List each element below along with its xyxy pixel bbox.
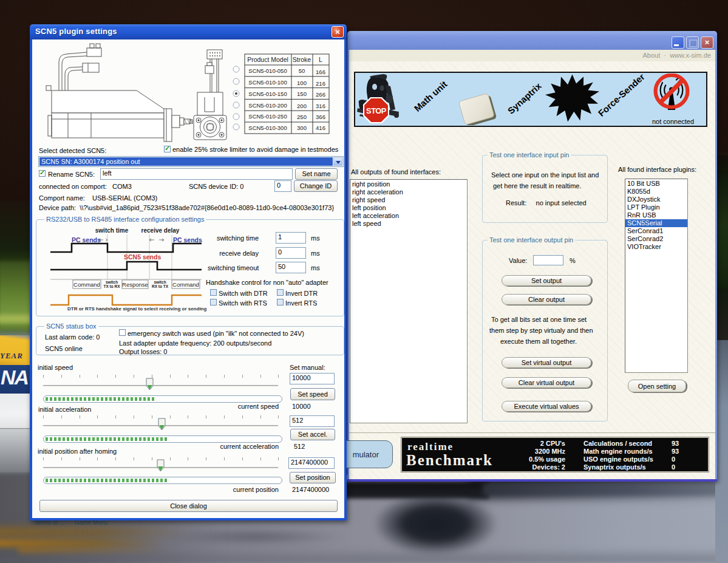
svg-text:150: 150 xyxy=(297,90,307,97)
svg-text:SCN5-010-250: SCN5-010-250 xyxy=(248,113,287,120)
svg-text:switch time: switch time xyxy=(95,227,129,234)
svg-text:SCN5-010-300: SCN5-010-300 xyxy=(248,125,287,131)
svg-text:SCN5-010-100: SCN5-010-100 xyxy=(248,79,287,86)
svg-text:L: L xyxy=(319,56,322,63)
svg-text:DTR or RTS handshake signal to: DTR or RTS handshake signal to select re… xyxy=(67,306,207,312)
svg-text:266: 266 xyxy=(316,91,325,98)
svg-text:switch: switch xyxy=(154,280,166,284)
svg-text:receive delay: receive delay xyxy=(141,227,180,234)
svg-text:416: 416 xyxy=(316,125,325,131)
svg-text:100: 100 xyxy=(297,80,307,86)
svg-text:Response: Response xyxy=(122,281,148,288)
svg-text:216: 216 xyxy=(316,80,325,87)
svg-text:166: 166 xyxy=(316,69,325,75)
svg-text:PC sends: PC sends xyxy=(72,236,101,244)
svg-text:Product Model: Product Model xyxy=(247,56,288,63)
svg-text:50: 50 xyxy=(299,67,305,74)
svg-text:PC sends: PC sends xyxy=(173,236,202,244)
svg-text:TX to RX: TX to RX xyxy=(103,284,120,288)
svg-text:Stroke: Stroke xyxy=(293,56,311,63)
svg-text:316: 316 xyxy=(316,103,325,109)
svg-text:300: 300 xyxy=(297,125,307,131)
svg-text:SCN5-010-200: SCN5-010-200 xyxy=(248,102,287,109)
svg-text:250: 250 xyxy=(297,114,307,120)
svg-text:switch: switch xyxy=(106,280,118,284)
svg-text:366: 366 xyxy=(316,114,325,120)
svg-text:STOP: STOP xyxy=(366,106,387,115)
svg-text:SCN5-010-050: SCN5-010-050 xyxy=(248,67,287,74)
svg-text:Command: Command xyxy=(172,281,199,288)
svg-text:200: 200 xyxy=(297,103,307,109)
svg-text:SCN5 sends: SCN5 sends xyxy=(124,253,161,261)
svg-text:Command: Command xyxy=(73,281,100,288)
svg-text:RX to TX: RX to TX xyxy=(152,284,169,288)
svg-text:SCN5-010-150: SCN5-010-150 xyxy=(248,90,287,97)
